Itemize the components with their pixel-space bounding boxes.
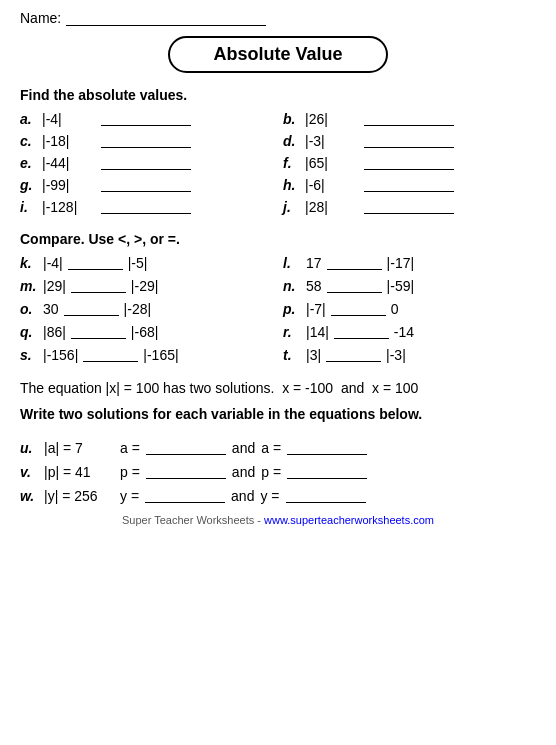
- intro-line1: The equation |x| = 100 has two solutions…: [20, 377, 536, 399]
- left-k: |-4|: [43, 255, 63, 271]
- compare-k: k. |-4| |-5|: [20, 255, 273, 271]
- compare-grid: k. |-4| |-5| l. 17 |-17| m. |29| |-29| n…: [20, 255, 536, 363]
- eq-v: |p| = 41: [44, 464, 114, 480]
- right-t: |-3|: [386, 347, 406, 363]
- worksheet-title: Absolute Value: [168, 36, 388, 73]
- footer-link[interactable]: www.superteacherworksheets.com: [264, 514, 434, 526]
- compare-t: t. |3| |-3|: [283, 347, 536, 363]
- right-k: |-5|: [128, 255, 148, 271]
- answer-f: [364, 156, 454, 170]
- left-o: 30: [43, 301, 59, 317]
- blank-v1: [146, 465, 226, 479]
- compare-blank-r: [334, 325, 389, 339]
- label-m: m.: [20, 278, 38, 294]
- answer-h: [364, 178, 454, 192]
- section1-instruction: Find the absolute values.: [20, 87, 536, 103]
- var-v: v. |p| = 41 p = and p =: [20, 464, 536, 480]
- problem-f: f. |65|: [283, 155, 536, 171]
- problem-a: a. |-4|: [20, 111, 273, 127]
- compare-p: p. |-7| 0: [283, 301, 536, 317]
- answer-g: [101, 178, 191, 192]
- label-q: q.: [20, 324, 38, 340]
- label-n: n.: [283, 278, 301, 294]
- expr-e: |-44|: [42, 155, 97, 171]
- left-r: |14|: [306, 324, 329, 340]
- absolute-value-problems: a. |-4| b. |26| c. |-18| d. |-3| e. |-44…: [20, 111, 536, 215]
- compare-blank-k: [68, 256, 123, 270]
- var-name-w1: y =: [120, 488, 139, 504]
- problem-h: h. |-6|: [283, 177, 536, 193]
- compare-section: Compare. Use <, >, or =. k. |-4| |-5| l.…: [20, 231, 536, 363]
- compare-blank-m: [71, 279, 126, 293]
- label-w: w.: [20, 488, 38, 504]
- section2-instruction: Compare. Use <, >, or =.: [20, 231, 536, 247]
- var-name-v2: p =: [261, 464, 281, 480]
- left-p: |-7|: [306, 301, 326, 317]
- problem-g: g. |-99|: [20, 177, 273, 193]
- right-q: |-68|: [131, 324, 159, 340]
- answer-d: [364, 134, 454, 148]
- compare-l: l. 17 |-17|: [283, 255, 536, 271]
- answer-c: [101, 134, 191, 148]
- label-l: l.: [283, 255, 301, 271]
- compare-s: s. |-156| |-165|: [20, 347, 273, 363]
- label-i: i.: [20, 199, 38, 215]
- compare-blank-p: [331, 302, 386, 316]
- expr-h: |-6|: [305, 177, 360, 193]
- label-c: c.: [20, 133, 38, 149]
- expr-g: |-99|: [42, 177, 97, 193]
- answer-i: [101, 200, 191, 214]
- label-o: o.: [20, 301, 38, 317]
- label-p: p.: [283, 301, 301, 317]
- eq-w: |y| = 256: [44, 488, 114, 504]
- name-label: Name:: [20, 10, 61, 26]
- compare-blank-l: [327, 256, 382, 270]
- footer-text: Super Teacher Worksheets -: [122, 514, 264, 526]
- problem-e: e. |-44|: [20, 155, 273, 171]
- var-name-u2: a =: [261, 440, 281, 456]
- left-q: |86|: [43, 324, 66, 340]
- right-n: |-59|: [387, 278, 415, 294]
- problem-c: c. |-18|: [20, 133, 273, 149]
- problem-d: d. |-3|: [283, 133, 536, 149]
- equation-section: The equation |x| = 100 has two solutions…: [20, 377, 536, 426]
- problem-j: j. |28|: [283, 199, 536, 215]
- name-input-line: [66, 10, 266, 26]
- compare-q: q. |86| |-68|: [20, 324, 273, 340]
- right-m: |-29|: [131, 278, 159, 294]
- compare-blank-n: [327, 279, 382, 293]
- compare-r: r. |14| -14: [283, 324, 536, 340]
- compare-blank-o: [64, 302, 119, 316]
- var-name-w2: y =: [260, 488, 279, 504]
- compare-n: n. 58 |-59|: [283, 278, 536, 294]
- and-w: and: [231, 488, 254, 504]
- var-u: u. |a| = 7 a = and a =: [20, 440, 536, 456]
- right-l: |-17|: [387, 255, 415, 271]
- left-m: |29|: [43, 278, 66, 294]
- answer-b: [364, 112, 454, 126]
- expr-i: |-128|: [42, 199, 97, 215]
- label-s: s.: [20, 347, 38, 363]
- var-w: w. |y| = 256 y = and y =: [20, 488, 536, 504]
- problem-b: b. |26|: [283, 111, 536, 127]
- compare-m: m. |29| |-29|: [20, 278, 273, 294]
- label-f: f.: [283, 155, 301, 171]
- expr-a: |-4|: [42, 111, 97, 127]
- intro-line2: Write two solutions for each variable in…: [20, 403, 536, 425]
- right-s: |-165|: [143, 347, 178, 363]
- label-h: h.: [283, 177, 301, 193]
- label-d: d.: [283, 133, 301, 149]
- compare-o: o. 30 |-28|: [20, 301, 273, 317]
- expr-c: |-18|: [42, 133, 97, 149]
- label-a: a.: [20, 111, 38, 127]
- left-n: 58: [306, 278, 322, 294]
- left-t: |3|: [306, 347, 321, 363]
- blank-u1: [146, 441, 226, 455]
- and-v: and: [232, 464, 255, 480]
- label-u: u.: [20, 440, 38, 456]
- right-r: -14: [394, 324, 414, 340]
- label-g: g.: [20, 177, 38, 193]
- right-p: 0: [391, 301, 399, 317]
- var-name-v1: p =: [120, 464, 140, 480]
- label-e: e.: [20, 155, 38, 171]
